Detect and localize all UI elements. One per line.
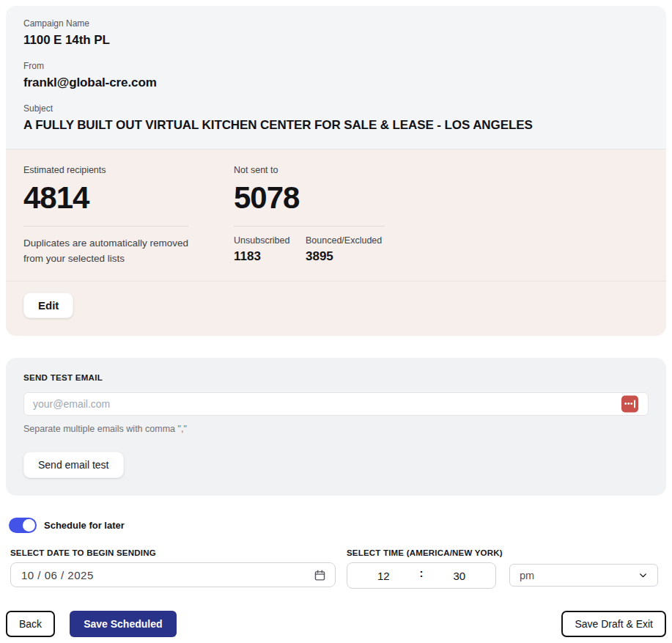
- estimated-recipients-value: 4814: [23, 181, 234, 215]
- test-email-input-wrap: •••: [23, 392, 649, 416]
- date-value: 10 / 06 / 2025: [21, 569, 94, 581]
- time-controls: 12 : 30 pm: [347, 562, 666, 589]
- footer-actions: Back Save Scheduled Save Draft & Exit: [6, 611, 666, 637]
- minute-input[interactable]: 30: [451, 570, 468, 582]
- lastpass-icon[interactable]: •••: [621, 396, 638, 413]
- lastpass-dots: •••: [624, 400, 633, 407]
- save-scheduled-button[interactable]: Save Scheduled: [70, 611, 176, 637]
- send-test-email-title: SEND TEST EMAIL: [23, 373, 649, 382]
- subject-value: A FULLY BUILT OUT VIRTUAL KITCHEN CENTER…: [23, 117, 649, 133]
- test-email-input[interactable]: [23, 392, 649, 416]
- select-time-label: SELECT TIME (AMERICA/NEW YORK): [347, 548, 666, 557]
- summary-card-footer: Edit: [6, 281, 666, 336]
- not-sent-breakdown: Unsubscribed 1183 Bounced/Excluded 3895: [234, 235, 649, 264]
- bounced-excluded-label: Bounced/Excluded: [306, 235, 382, 246]
- schedule-toggle-row: Schedule for later: [9, 518, 666, 533]
- save-draft-exit-button[interactable]: Save Draft & Exit: [561, 611, 666, 637]
- hour-input[interactable]: 12: [374, 570, 392, 582]
- divider: [23, 226, 188, 227]
- time-separator: :: [420, 567, 424, 579]
- schedule-for-later-label: Schedule for later: [44, 520, 125, 531]
- recipient-stats-panel: Estimated recipients 4814 Duplicates are…: [6, 149, 666, 281]
- edit-recipients-button[interactable]: Edit: [23, 293, 73, 318]
- back-button[interactable]: Back: [6, 611, 55, 637]
- select-date-label: SELECT DATE TO BEGIN SENDING: [10, 548, 336, 557]
- lastpass-bar: [634, 400, 635, 408]
- chevron-down-icon: [638, 570, 648, 580]
- not-sent-value: 5078: [234, 181, 649, 215]
- time-input[interactable]: 12 : 30: [347, 562, 496, 589]
- toggle-knob: [23, 519, 35, 532]
- campaign-name-label: Campaign Name: [23, 18, 649, 29]
- campaign-summary-card: Campaign Name 1100 E 14th PL From frankl…: [6, 6, 666, 336]
- date-column: SELECT DATE TO BEGIN SENDING 10 / 06 / 2…: [10, 548, 336, 589]
- schedule-for-later-toggle[interactable]: [9, 518, 37, 533]
- subject-label: Subject: [23, 103, 649, 114]
- duplicates-note: Duplicates are automatically removed fro…: [23, 235, 191, 266]
- send-test-email-card: SEND TEST EMAIL ••• Separate multiple em…: [6, 358, 666, 496]
- from-value: frankl@global-cre.com: [23, 75, 649, 91]
- estimated-recipients-label: Estimated recipients: [23, 165, 234, 176]
- estimated-recipients-column: Estimated recipients 4814 Duplicates are…: [23, 165, 234, 266]
- multiple-emails-hint: Separate multiple emails with comma ",": [23, 424, 649, 434]
- bounced-excluded-stat: Bounced/Excluded 3895: [306, 235, 382, 264]
- unsubscribed-value: 1183: [234, 249, 306, 264]
- schedule-campaign-page: Campaign Name 1100 E 14th PL From frankl…: [0, 0, 672, 643]
- not-sent-label: Not sent to: [234, 165, 649, 176]
- unsubscribed-label: Unsubscribed: [234, 235, 306, 246]
- campaign-summary-header: Campaign Name 1100 E 14th PL From frankl…: [6, 6, 666, 149]
- bounced-excluded-value: 3895: [306, 249, 382, 264]
- calendar-icon[interactable]: [314, 569, 326, 581]
- from-label: From: [23, 61, 649, 72]
- divider: [234, 226, 385, 227]
- date-input[interactable]: 10 / 06 / 2025: [10, 562, 336, 587]
- campaign-name-field: Campaign Name 1100 E 14th PL: [23, 18, 649, 48]
- schedule-form: SELECT DATE TO BEGIN SENDING 10 / 06 / 2…: [10, 548, 666, 589]
- time-column: SELECT TIME (AMERICA/NEW YORK) 12 : 30 p…: [347, 548, 666, 589]
- meridiem-select[interactable]: pm: [509, 564, 658, 587]
- not-sent-column: Not sent to 5078 Unsubscribed 1183 Bounc…: [234, 165, 649, 266]
- from-field: From frankl@global-cre.com: [23, 61, 649, 91]
- unsubscribed-stat: Unsubscribed 1183: [234, 235, 306, 264]
- send-email-test-button[interactable]: Send email test: [23, 452, 124, 478]
- campaign-name-value: 1100 E 14th PL: [23, 32, 649, 48]
- meridiem-value: pm: [520, 570, 534, 581]
- subject-field: Subject A FULLY BUILT OUT VIRTUAL KITCHE…: [23, 103, 649, 133]
